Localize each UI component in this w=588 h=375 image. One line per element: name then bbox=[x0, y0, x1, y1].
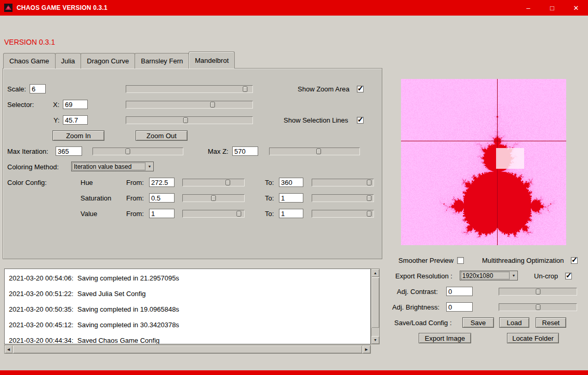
smoother-preview-checkbox[interactable] bbox=[457, 257, 464, 264]
coloring-method-label: Coloring Method: bbox=[7, 163, 59, 171]
window-title: CHAOS GAME VERSION 0.3.1 bbox=[17, 4, 108, 11]
selector-x-slider[interactable] bbox=[126, 101, 253, 109]
selector-x-input[interactable] bbox=[63, 100, 88, 109]
show-zoom-area-checkbox[interactable] bbox=[357, 86, 364, 92]
scroll-right-icon[interactable]: ▶ bbox=[363, 345, 370, 353]
saturation-label: Saturation bbox=[81, 194, 111, 202]
max-z-slider-thumb[interactable] bbox=[316, 149, 321, 154]
maximize-icon[interactable]: □ bbox=[540, 0, 564, 16]
zoom-out-button[interactable]: Zoom Out bbox=[136, 130, 188, 141]
hue-from-slider-thumb[interactable] bbox=[225, 180, 230, 185]
selector-y-slider[interactable] bbox=[126, 116, 253, 124]
app-icon bbox=[4, 4, 12, 12]
locate-folder-button[interactable]: Locate Folder bbox=[507, 333, 559, 343]
hue-to-slider-thumb[interactable] bbox=[367, 180, 372, 185]
coloring-method-select[interactable]: Iteration value based ▼ bbox=[71, 162, 154, 171]
coloring-method-value: Iteration value based bbox=[72, 163, 145, 170]
log-message: Saved Julia Set Config bbox=[77, 290, 146, 298]
log-horizontal-scrollbar[interactable]: ◀ ▶ bbox=[4, 345, 371, 354]
selector-y-slider-thumb[interactable] bbox=[183, 117, 188, 123]
scale-slider[interactable] bbox=[126, 85, 253, 93]
uncrop-checkbox[interactable] bbox=[565, 273, 572, 279]
horizontal-scrollbar-thumb[interactable] bbox=[13, 345, 362, 353]
adj-brightness-slider[interactable] bbox=[499, 303, 577, 311]
log-entry: 2021-03-20 00:50:35:Saving completed in … bbox=[5, 302, 370, 317]
reset-button[interactable]: Reset bbox=[536, 317, 566, 328]
scroll-up-icon[interactable]: ▲ bbox=[371, 269, 379, 277]
value-to-slider-thumb[interactable] bbox=[367, 211, 372, 217]
show-zoom-area-label: Show Zoom Area bbox=[298, 85, 350, 93]
scroll-down-icon[interactable]: ▼ bbox=[371, 336, 379, 344]
vertical-scrollbar-thumb[interactable] bbox=[371, 277, 379, 328]
tab-chaos-game[interactable]: Chaos Game bbox=[3, 53, 56, 69]
uncrop-label: Un-crop bbox=[534, 272, 558, 280]
max-iteration-label: Max Iteration: bbox=[7, 148, 48, 155]
value-label: Value bbox=[81, 210, 97, 218]
log-entry: 2021-03-20 00:44:34:Saved Chaos Game Con… bbox=[5, 333, 370, 344]
value-to-slider[interactable] bbox=[312, 210, 374, 218]
adj-contrast-slider[interactable] bbox=[499, 288, 577, 296]
saturation-from-slider-thumb[interactable] bbox=[211, 195, 216, 201]
minimize-icon[interactable]: – bbox=[516, 0, 540, 16]
selector-y-label: Y: bbox=[54, 116, 60, 124]
max-z-slider[interactable] bbox=[269, 148, 360, 155]
hue-from-label: From: bbox=[126, 179, 144, 186]
saturation-from-input[interactable] bbox=[149, 193, 175, 203]
tab-barnsley-fern[interactable]: Barnsley Fern bbox=[135, 53, 189, 69]
adj-brightness-slider-thumb[interactable] bbox=[536, 304, 540, 310]
hue-from-input[interactable] bbox=[149, 178, 175, 187]
scale-slider-thumb[interactable] bbox=[243, 86, 248, 92]
hue-from-slider[interactable] bbox=[182, 179, 245, 186]
export-resolution-select[interactable]: 1920x1080 ▼ bbox=[460, 271, 518, 280]
log-vertical-scrollbar[interactable]: ▲ ▼ bbox=[371, 269, 380, 344]
max-iteration-input[interactable] bbox=[56, 146, 82, 156]
selector-x-slider-thumb[interactable] bbox=[210, 102, 215, 108]
value-from-slider-thumb[interactable] bbox=[237, 211, 242, 217]
hue-to-label: To: bbox=[265, 179, 274, 186]
max-z-input[interactable] bbox=[232, 146, 258, 156]
value-to-input[interactable] bbox=[279, 209, 303, 218]
show-selection-lines-checkbox[interactable] bbox=[357, 117, 364, 124]
tab-dragon-curve[interactable]: Dragon Curve bbox=[81, 53, 135, 69]
hue-to-slider[interactable] bbox=[312, 179, 374, 186]
window-controls: – □ ✕ bbox=[516, 0, 588, 16]
title-bar: CHAOS GAME VERSION 0.3.1 – □ ✕ bbox=[0, 0, 588, 16]
tab-bar: Chaos Game Julia Dragon Curve Barnsley F… bbox=[3, 51, 235, 69]
adj-contrast-slider-thumb[interactable] bbox=[536, 289, 540, 294]
log-area[interactable]: 2021-03-20 00:54:06:Saving completed in … bbox=[4, 269, 371, 344]
adj-brightness-label: Adj. Brightness: bbox=[392, 303, 439, 311]
version-label: VERSION 0.3.1 bbox=[4, 38, 55, 46]
saturation-to-input[interactable] bbox=[279, 193, 303, 203]
max-iteration-slider-thumb[interactable] bbox=[125, 149, 130, 154]
value-from-slider[interactable] bbox=[182, 210, 245, 218]
fractal-canvas[interactable] bbox=[401, 79, 566, 245]
adj-contrast-input[interactable] bbox=[446, 287, 473, 296]
close-icon[interactable]: ✕ bbox=[564, 0, 588, 16]
saturation-from-slider[interactable] bbox=[182, 194, 245, 202]
tab-julia[interactable]: Julia bbox=[55, 53, 82, 69]
hue-to-input[interactable] bbox=[279, 178, 303, 187]
scroll-left-icon[interactable]: ◀ bbox=[5, 345, 12, 353]
export-image-button[interactable]: Export Image bbox=[419, 333, 471, 343]
multithreading-checkbox[interactable] bbox=[571, 257, 578, 264]
save-load-config-label: Save/Load Config : bbox=[394, 319, 452, 327]
adj-contrast-label: Adj. Contrast: bbox=[397, 288, 438, 296]
saturation-to-slider-thumb[interactable] bbox=[367, 195, 372, 201]
log-message: Saving completed in 19.0965848s bbox=[77, 305, 179, 313]
adj-brightness-input[interactable] bbox=[446, 302, 473, 312]
export-resolution-value: 1920x1080 bbox=[461, 272, 510, 279]
chevron-down-icon: ▼ bbox=[146, 162, 153, 171]
scale-input[interactable] bbox=[30, 84, 46, 93]
max-iteration-slider[interactable] bbox=[92, 148, 183, 155]
log-entry: 2021-03-20 00:45:12:Saving completed in … bbox=[5, 317, 370, 333]
save-button[interactable]: Save bbox=[462, 317, 494, 328]
log-message: Saved Chaos Game Config bbox=[77, 337, 159, 344]
fractal-preview[interactable] bbox=[401, 79, 566, 245]
zoom-in-button[interactable]: Zoom In bbox=[52, 130, 104, 141]
scale-label: Scale: bbox=[7, 85, 26, 93]
tab-mandelbrot[interactable]: Mandelbrot bbox=[189, 51, 235, 69]
load-button[interactable]: Load bbox=[499, 317, 529, 328]
value-from-input[interactable] bbox=[149, 209, 175, 218]
saturation-to-slider[interactable] bbox=[312, 194, 374, 202]
selector-y-input[interactable] bbox=[63, 115, 88, 125]
